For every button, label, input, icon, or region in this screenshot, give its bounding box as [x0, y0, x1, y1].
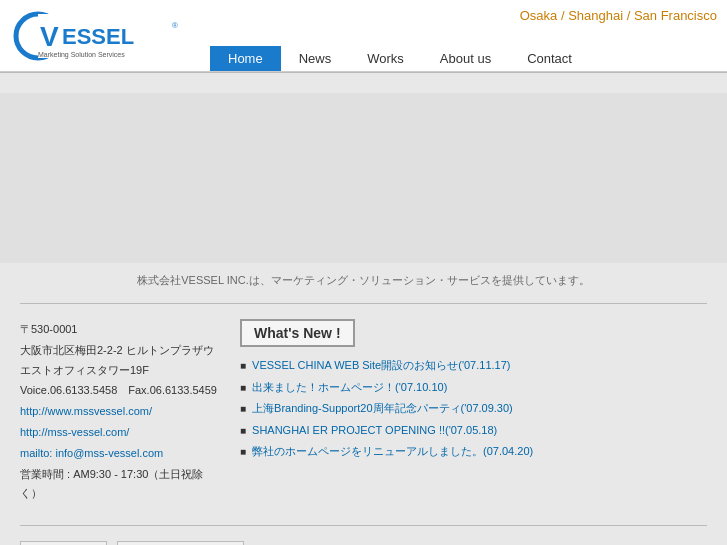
news-item-0: VESSEL CHINA WEB Site開設のお知らせ('07.11.17): [240, 357, 707, 374]
news-list: VESSEL CHINA WEB Site開設のお知らせ('07.11.17) …: [240, 357, 707, 460]
footer-china-button[interactable]: CHINA Web Site: [117, 541, 243, 545]
logo-area: V ESSEL ® Marketing Solution Services: [0, 0, 210, 71]
whats-new-button[interactable]: What's New !: [240, 319, 355, 347]
sidebar-email[interactable]: mailto: info@mss-vessel.com: [20, 444, 220, 464]
sidebar-url1[interactable]: http://www.mssvessel.com/: [20, 402, 220, 422]
sidebar-postal: 〒530-0001: [20, 320, 220, 340]
right-content: What's New ! VESSEL CHINA WEB Site開設のお知ら…: [240, 319, 707, 505]
sidebar-url2[interactable]: http://mss-vessel.com/: [20, 423, 220, 443]
sidebar-voice: Voice.06.6133.5458 Fax.06.6133.5459: [20, 381, 220, 401]
svg-text:V: V: [40, 21, 59, 52]
footer-access-button[interactable]: » access: [20, 541, 107, 545]
svg-text:®: ®: [172, 21, 178, 30]
news-item-2: 上海Branding-Support20周年記念パーティ('07.09.30): [240, 400, 707, 417]
nav-item-home[interactable]: Home: [210, 46, 281, 71]
bottom-divider: [20, 525, 707, 526]
nav-bar: Home News Works About us Contact: [210, 46, 727, 71]
footer-nav: » access CHINA Web Site: [0, 536, 727, 545]
news-item-3: SHANGHAI ER PROJECT OPENING !!('07.05.18…: [240, 422, 707, 439]
news-item-4: 弊社のホームページをリニューアルしました。(07.04.20): [240, 443, 707, 460]
news-link-4[interactable]: 弊社のホームページをリニューアルしました。(07.04.20): [252, 443, 533, 460]
city-text: Osaka / Shanghai / San Francisco: [520, 8, 717, 23]
company-tagline: 株式会社VESSEL INC.は、マーケティング・ソリューション・サービスを提供…: [0, 263, 727, 298]
nav-item-about[interactable]: About us: [422, 46, 509, 71]
svg-text:ESSEL: ESSEL: [62, 24, 134, 49]
city-bar: Osaka / Shanghai / San Francisco: [210, 4, 727, 27]
svg-text:Marketing Solution Services: Marketing Solution Services: [38, 51, 125, 59]
content-divider: [20, 303, 707, 304]
news-link-2[interactable]: 上海Branding-Support20周年記念パーティ('07.09.30): [252, 400, 513, 417]
nav-item-works[interactable]: Works: [349, 46, 422, 71]
nav-area: Osaka / Shanghai / San Francisco Home Ne…: [210, 0, 727, 71]
hero-banner: [0, 93, 727, 263]
sidebar-address: 大阪市北区梅田2-2-2 ヒルトンプラザウエストオフィスタワー19F: [20, 341, 220, 381]
news-link-1[interactable]: 出来ました！ホームページ！('07.10.10): [252, 379, 447, 396]
nav-item-news[interactable]: News: [281, 46, 350, 71]
main-content: 株式会社VESSEL INC.は、マーケティング・ソリューション・サービスを提供…: [0, 73, 727, 545]
news-link-0[interactable]: VESSEL CHINA WEB Site開設のお知らせ('07.11.17): [252, 357, 510, 374]
news-item-1: 出来ました！ホームページ！('07.10.10): [240, 379, 707, 396]
nav-item-contact[interactable]: Contact: [509, 46, 590, 71]
content-area: 〒530-0001 大阪市北区梅田2-2-2 ヒルトンプラザウエストオフィスタワ…: [0, 309, 727, 515]
logo-image: V ESSEL ® Marketing Solution Services: [10, 8, 190, 63]
sidebar-hours: 営業時間 : AM9:30 - 17:30（土日祝除く）: [20, 465, 220, 505]
header: V ESSEL ® Marketing Solution Services Os…: [0, 0, 727, 72]
sidebar: 〒530-0001 大阪市北区梅田2-2-2 ヒルトンプラザウエストオフィスタワ…: [20, 319, 220, 505]
news-link-3[interactable]: SHANGHAI ER PROJECT OPENING !!('07.05.18…: [252, 422, 497, 439]
